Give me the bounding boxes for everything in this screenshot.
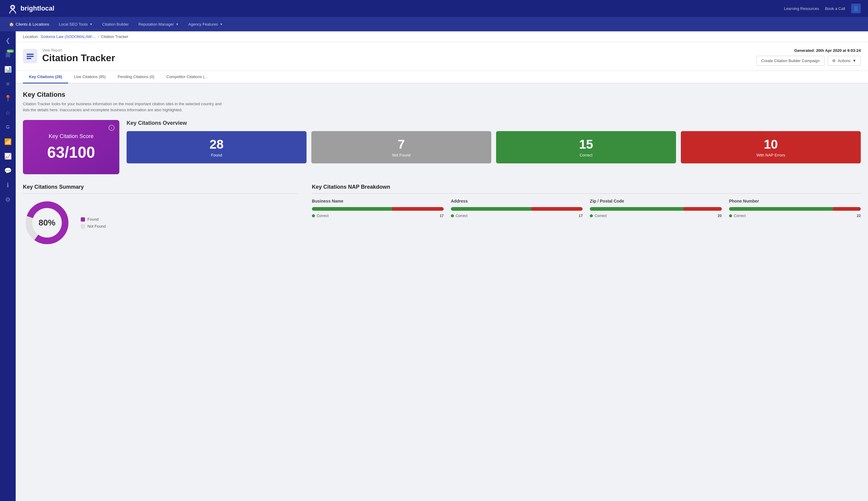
stat-nap-errors-number: 10 — [686, 137, 856, 152]
nap-correct-label: Correct — [317, 214, 329, 218]
summary-section: Key Citations Summary 80% — [23, 184, 298, 247]
stat-not-found-number: 7 — [316, 137, 486, 152]
legend-found-label: Found — [87, 217, 98, 222]
citation-tracker-icon — [25, 51, 35, 61]
stat-found[interactable]: 28 Found — [127, 131, 307, 163]
learning-resources-link[interactable]: Learning Resources — [784, 6, 819, 11]
sidebar: ❮ ⊞ New 📊 ≡ 📍 ☆ G 📶 📈 💬 ℹ — [0, 31, 16, 501]
breadcrumb-location-link[interactable]: Sodoma Law (SODOMALAW-... — [41, 34, 96, 39]
overview-stats: Key Citations Overview 28 Found 7 Not Fo… — [127, 120, 861, 163]
nap-address-correct-count: 17 — [579, 214, 582, 218]
sidebar-item-settings[interactable]: ⚙ — [1, 193, 14, 206]
summary-row: Key Citations Summary 80% — [23, 184, 861, 247]
sidebar-item-analytics[interactable]: 📊 — [1, 63, 14, 76]
nav-item-clients[interactable]: 🏠 Clients & Locations — [5, 17, 53, 31]
create-campaign-button[interactable]: Create Citation Builder Campaign — [756, 56, 825, 66]
app-layout: ❮ ⊞ New 📊 ≡ 📍 ☆ G 📶 📈 💬 ℹ — [0, 31, 868, 501]
tab-live-citations[interactable]: Live Citations (95) — [68, 71, 112, 84]
nap-col-zip: Zip / Postal Code Correct 20 — [590, 199, 721, 218]
nav-item-reputation[interactable]: Reputation Manager ▼ — [134, 17, 183, 31]
summary-title: Key Citations Summary — [23, 184, 298, 194]
stat-not-found-label: Not Found — [316, 153, 486, 157]
stat-nap-errors[interactable]: 10 With NAP Errors — [681, 131, 861, 163]
sidebar-item-chat[interactable]: 💬 — [1, 164, 14, 177]
nap-address-correct-dot — [451, 214, 454, 217]
nap-business-name-bar-correct — [312, 207, 393, 211]
report-title-area: View Report: Citation Tracker — [23, 48, 115, 64]
nap-grid: Business Name Correct 17 — [312, 199, 861, 218]
nap-col-phone: Phone Number Correct 22 — [729, 199, 861, 218]
sidebar-item-google[interactable]: G — [1, 120, 14, 134]
nav-item-citation-builder[interactable]: Citation Builder — [98, 17, 133, 31]
nap-phone-correct-row: Correct 22 — [729, 214, 861, 218]
legend-found: Found — [81, 217, 106, 222]
nap-address-title: Address — [451, 199, 582, 203]
report-header: View Report: Citation Tracker Generated:… — [16, 42, 868, 71]
donut-percentage: 80% — [39, 218, 55, 227]
nav-item-agency[interactable]: Agency Features ▼ — [184, 17, 227, 31]
key-citations-title: Key Citations — [23, 91, 861, 98]
actions-button[interactable]: ⚙ Actions ▼ — [828, 56, 861, 66]
score-card: i Key Citation Score 63/100 — [23, 120, 119, 174]
breadcrumb: Location: Sodoma Law (SODOMALAW-... / Ci… — [16, 31, 868, 42]
nap-zip-correct-count: 20 — [718, 214, 721, 218]
tabs-bar: Key Citations (28) Live Citations (95) P… — [16, 71, 868, 84]
nap-phone-correct-count: 22 — [857, 214, 861, 218]
book-a-call-link[interactable]: Book a Call — [825, 6, 845, 11]
chart-icon: 📈 — [4, 152, 12, 160]
report-view-label: View Report: — [42, 48, 115, 52]
stat-not-found[interactable]: 7 Not Found — [311, 131, 491, 163]
tab-competitor-citations[interactable]: Competitor Citations (... — [160, 71, 214, 84]
generated-date: 20th Apr 2020 at 9:03:24 — [816, 48, 861, 53]
info-icon: ℹ — [7, 181, 9, 189]
nap-zip-title: Zip / Postal Code — [590, 199, 721, 203]
stat-correct[interactable]: 15 Correct — [496, 131, 676, 163]
legend-not-found-dot — [81, 224, 85, 228]
nap-zip-bar — [590, 207, 721, 211]
sidebar-item-dashboard[interactable]: ⊞ New — [1, 48, 14, 62]
score-value: 63/100 — [47, 143, 95, 161]
stat-found-number: 28 — [131, 137, 302, 152]
overview-stats-title: Key Citations Overview — [127, 120, 861, 126]
signal-icon: 📶 — [4, 138, 12, 145]
home-icon: 🏠 — [9, 22, 14, 26]
donut-chart: 80% — [23, 199, 71, 247]
nap-address-bar-error — [531, 207, 583, 211]
user-avatar[interactable]: 👤 — [851, 4, 861, 13]
actions-chevron: ▼ — [852, 58, 856, 63]
nap-phone-bar-error — [833, 207, 861, 211]
nap-business-name-bar-error — [392, 207, 444, 211]
svg-rect-4 — [26, 58, 31, 59]
breadcrumb-separator: / — [98, 34, 99, 39]
sidebar-item-map[interactable]: 📍 — [1, 92, 14, 105]
map-icon: 📍 — [4, 95, 12, 102]
sidebar-item-signal[interactable]: 📶 — [1, 135, 14, 148]
report-actions: Generated: 20th Apr 2020 at 9:03:24 Crea… — [756, 48, 861, 66]
reputation-chevron: ▼ — [176, 23, 179, 26]
nap-address-correct-label: Correct — [456, 214, 468, 218]
seo-tools-chevron: ▼ — [89, 23, 93, 26]
main-content: Location: Sodoma Law (SODOMALAW-... / Ci… — [16, 31, 868, 501]
sidebar-item-rankings[interactable]: ≡ — [1, 77, 14, 90]
top-header: brightlocal Learning Resources Book a Ca… — [0, 0, 868, 17]
nap-phone-correct-label: Correct — [734, 214, 746, 218]
google-icon: G — [6, 125, 10, 130]
tab-pending-citations[interactable]: Pending Citations (0) — [112, 71, 160, 84]
nap-breakdown-section: Key Citations NAP Breakdown Business Nam… — [312, 184, 861, 247]
sidebar-item-star[interactable]: ☆ — [1, 106, 14, 119]
nap-col-address: Address Correct 17 — [451, 199, 582, 218]
sidebar-item-info[interactable]: ℹ — [1, 179, 14, 192]
nap-col-business-name: Business Name Correct 17 — [312, 199, 444, 218]
main-nav: 🏠 Clients & Locations Local SEO Tools ▼ … — [0, 17, 868, 31]
nap-zip-correct-label: Correct — [594, 214, 607, 218]
score-info-icon[interactable]: i — [108, 125, 115, 131]
tab-key-citations[interactable]: Key Citations (28) — [23, 71, 68, 84]
nap-phone-bar-correct — [729, 207, 833, 211]
settings-icon: ⚙ — [5, 196, 11, 203]
sidebar-item-collapse[interactable]: ❮ — [1, 34, 14, 47]
nav-item-seo-tools[interactable]: Local SEO Tools ▼ — [55, 17, 97, 31]
nap-business-name-correct-row: Correct 17 — [312, 214, 444, 218]
sidebar-item-chart[interactable]: 📈 — [1, 150, 14, 163]
logo[interactable]: brightlocal — [7, 3, 54, 14]
stat-correct-number: 15 — [501, 137, 671, 152]
